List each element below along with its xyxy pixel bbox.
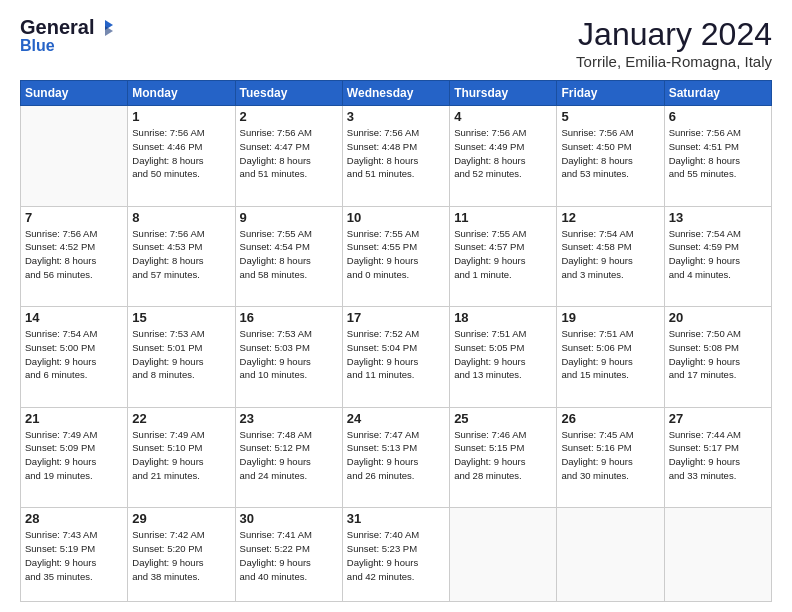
week-row-5: 28Sunrise: 7:43 AMSunset: 5:19 PMDayligh… — [21, 508, 772, 602]
day-info: Sunrise: 7:54 AMSunset: 4:58 PMDaylight:… — [561, 227, 659, 282]
day-info: Sunrise: 7:52 AMSunset: 5:04 PMDaylight:… — [347, 327, 445, 382]
day-info: Sunrise: 7:45 AMSunset: 5:16 PMDaylight:… — [561, 428, 659, 483]
day-number: 18 — [454, 310, 552, 325]
calendar-cell: 19Sunrise: 7:51 AMSunset: 5:06 PMDayligh… — [557, 307, 664, 408]
calendar-cell: 3Sunrise: 7:56 AMSunset: 4:48 PMDaylight… — [342, 106, 449, 207]
col-friday: Friday — [557, 81, 664, 106]
calendar-cell: 24Sunrise: 7:47 AMSunset: 5:13 PMDayligh… — [342, 407, 449, 508]
calendar-header-row: Sunday Monday Tuesday Wednesday Thursday… — [21, 81, 772, 106]
header: General Blue January 2024 Torrile, Emili… — [20, 16, 772, 70]
calendar-cell: 1Sunrise: 7:56 AMSunset: 4:46 PMDaylight… — [128, 106, 235, 207]
logo-general-text: General — [20, 16, 94, 39]
day-info: Sunrise: 7:56 AMSunset: 4:48 PMDaylight:… — [347, 126, 445, 181]
calendar-cell: 30Sunrise: 7:41 AMSunset: 5:22 PMDayligh… — [235, 508, 342, 602]
col-monday: Monday — [128, 81, 235, 106]
day-info: Sunrise: 7:53 AMSunset: 5:03 PMDaylight:… — [240, 327, 338, 382]
day-number: 26 — [561, 411, 659, 426]
day-info: Sunrise: 7:47 AMSunset: 5:13 PMDaylight:… — [347, 428, 445, 483]
calendar-cell — [450, 508, 557, 602]
day-number: 15 — [132, 310, 230, 325]
day-info: Sunrise: 7:53 AMSunset: 5:01 PMDaylight:… — [132, 327, 230, 382]
calendar-cell: 13Sunrise: 7:54 AMSunset: 4:59 PMDayligh… — [664, 206, 771, 307]
week-row-4: 21Sunrise: 7:49 AMSunset: 5:09 PMDayligh… — [21, 407, 772, 508]
title-block: January 2024 Torrile, Emilia-Romagna, It… — [576, 16, 772, 70]
day-number: 16 — [240, 310, 338, 325]
day-info: Sunrise: 7:49 AMSunset: 5:09 PMDaylight:… — [25, 428, 123, 483]
day-info: Sunrise: 7:56 AMSunset: 4:53 PMDaylight:… — [132, 227, 230, 282]
col-saturday: Saturday — [664, 81, 771, 106]
day-info: Sunrise: 7:54 AMSunset: 5:00 PMDaylight:… — [25, 327, 123, 382]
day-number: 23 — [240, 411, 338, 426]
calendar-cell — [664, 508, 771, 602]
calendar-cell: 14Sunrise: 7:54 AMSunset: 5:00 PMDayligh… — [21, 307, 128, 408]
calendar-cell: 15Sunrise: 7:53 AMSunset: 5:01 PMDayligh… — [128, 307, 235, 408]
calendar-cell: 10Sunrise: 7:55 AMSunset: 4:55 PMDayligh… — [342, 206, 449, 307]
day-number: 7 — [25, 210, 123, 225]
day-number: 5 — [561, 109, 659, 124]
calendar-cell: 16Sunrise: 7:53 AMSunset: 5:03 PMDayligh… — [235, 307, 342, 408]
day-number: 24 — [347, 411, 445, 426]
day-number: 31 — [347, 511, 445, 526]
day-number: 17 — [347, 310, 445, 325]
day-info: Sunrise: 7:48 AMSunset: 5:12 PMDaylight:… — [240, 428, 338, 483]
day-number: 29 — [132, 511, 230, 526]
day-number: 4 — [454, 109, 552, 124]
calendar-cell: 8Sunrise: 7:56 AMSunset: 4:53 PMDaylight… — [128, 206, 235, 307]
day-info: Sunrise: 7:56 AMSunset: 4:47 PMDaylight:… — [240, 126, 338, 181]
calendar-cell: 12Sunrise: 7:54 AMSunset: 4:58 PMDayligh… — [557, 206, 664, 307]
day-number: 10 — [347, 210, 445, 225]
day-info: Sunrise: 7:42 AMSunset: 5:20 PMDaylight:… — [132, 528, 230, 583]
day-info: Sunrise: 7:51 AMSunset: 5:05 PMDaylight:… — [454, 327, 552, 382]
day-number: 25 — [454, 411, 552, 426]
day-info: Sunrise: 7:56 AMSunset: 4:46 PMDaylight:… — [132, 126, 230, 181]
calendar-cell: 23Sunrise: 7:48 AMSunset: 5:12 PMDayligh… — [235, 407, 342, 508]
calendar-cell: 25Sunrise: 7:46 AMSunset: 5:15 PMDayligh… — [450, 407, 557, 508]
day-number: 1 — [132, 109, 230, 124]
week-row-2: 7Sunrise: 7:56 AMSunset: 4:52 PMDaylight… — [21, 206, 772, 307]
calendar-cell: 27Sunrise: 7:44 AMSunset: 5:17 PMDayligh… — [664, 407, 771, 508]
day-number: 22 — [132, 411, 230, 426]
day-number: 8 — [132, 210, 230, 225]
month-title: January 2024 — [576, 16, 772, 53]
day-info: Sunrise: 7:46 AMSunset: 5:15 PMDaylight:… — [454, 428, 552, 483]
calendar-cell: 20Sunrise: 7:50 AMSunset: 5:08 PMDayligh… — [664, 307, 771, 408]
calendar-cell: 17Sunrise: 7:52 AMSunset: 5:04 PMDayligh… — [342, 307, 449, 408]
day-number: 12 — [561, 210, 659, 225]
calendar-cell: 6Sunrise: 7:56 AMSunset: 4:51 PMDaylight… — [664, 106, 771, 207]
calendar-cell: 18Sunrise: 7:51 AMSunset: 5:05 PMDayligh… — [450, 307, 557, 408]
calendar-cell: 11Sunrise: 7:55 AMSunset: 4:57 PMDayligh… — [450, 206, 557, 307]
week-row-3: 14Sunrise: 7:54 AMSunset: 5:00 PMDayligh… — [21, 307, 772, 408]
calendar-cell: 9Sunrise: 7:55 AMSunset: 4:54 PMDaylight… — [235, 206, 342, 307]
week-row-1: 1Sunrise: 7:56 AMSunset: 4:46 PMDaylight… — [21, 106, 772, 207]
logo: General Blue — [20, 16, 114, 55]
day-number: 21 — [25, 411, 123, 426]
day-number: 9 — [240, 210, 338, 225]
calendar-table: Sunday Monday Tuesday Wednesday Thursday… — [20, 80, 772, 602]
day-number: 19 — [561, 310, 659, 325]
logo-flag-icon — [96, 19, 114, 37]
day-info: Sunrise: 7:50 AMSunset: 5:08 PMDaylight:… — [669, 327, 767, 382]
day-info: Sunrise: 7:40 AMSunset: 5:23 PMDaylight:… — [347, 528, 445, 583]
day-info: Sunrise: 7:51 AMSunset: 5:06 PMDaylight:… — [561, 327, 659, 382]
day-number: 27 — [669, 411, 767, 426]
day-number: 2 — [240, 109, 338, 124]
calendar-cell: 28Sunrise: 7:43 AMSunset: 5:19 PMDayligh… — [21, 508, 128, 602]
calendar-cell — [21, 106, 128, 207]
day-number: 11 — [454, 210, 552, 225]
calendar-cell: 31Sunrise: 7:40 AMSunset: 5:23 PMDayligh… — [342, 508, 449, 602]
day-info: Sunrise: 7:55 AMSunset: 4:57 PMDaylight:… — [454, 227, 552, 282]
calendar-cell: 29Sunrise: 7:42 AMSunset: 5:20 PMDayligh… — [128, 508, 235, 602]
logo-blue-text: Blue — [20, 37, 55, 54]
calendar-cell — [557, 508, 664, 602]
col-wednesday: Wednesday — [342, 81, 449, 106]
day-info: Sunrise: 7:44 AMSunset: 5:17 PMDaylight:… — [669, 428, 767, 483]
day-info: Sunrise: 7:43 AMSunset: 5:19 PMDaylight:… — [25, 528, 123, 583]
day-info: Sunrise: 7:49 AMSunset: 5:10 PMDaylight:… — [132, 428, 230, 483]
day-number: 3 — [347, 109, 445, 124]
calendar-cell: 7Sunrise: 7:56 AMSunset: 4:52 PMDaylight… — [21, 206, 128, 307]
calendar-cell: 22Sunrise: 7:49 AMSunset: 5:10 PMDayligh… — [128, 407, 235, 508]
col-sunday: Sunday — [21, 81, 128, 106]
day-number: 28 — [25, 511, 123, 526]
day-info: Sunrise: 7:55 AMSunset: 4:54 PMDaylight:… — [240, 227, 338, 282]
day-number: 13 — [669, 210, 767, 225]
